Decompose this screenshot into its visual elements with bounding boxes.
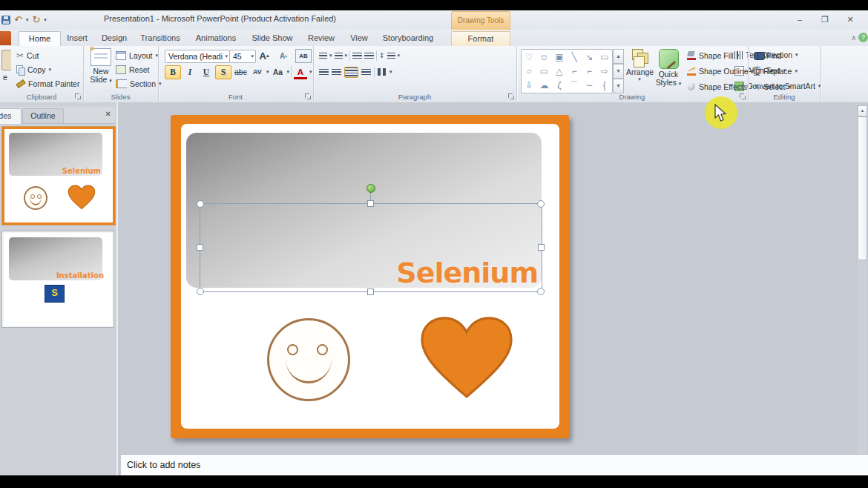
- qat-customize-icon[interactable]: ▾: [44, 17, 47, 23]
- change-case-button[interactable]: Aa: [270, 66, 285, 79]
- numbering-icon[interactable]: [335, 53, 343, 59]
- clear-formatting-button[interactable]: AB: [295, 49, 312, 63]
- shape-effects-button[interactable]: Shape Effects ▾: [687, 80, 753, 93]
- font-name-combo[interactable]: Verdana (Headin ▾: [165, 50, 230, 63]
- notes-pane[interactable]: Click to add notes: [121, 454, 868, 476]
- rotation-handle[interactable]: [366, 184, 375, 193]
- shape-triangle[interactable]: △: [556, 67, 562, 76]
- resize-handle-bottom-right[interactable]: [537, 288, 545, 295]
- font-size-combo[interactable]: 45 ▾: [229, 50, 256, 63]
- shape-arrow-line[interactable]: ↘: [585, 53, 593, 62]
- align-left-icon[interactable]: [319, 69, 329, 76]
- tab-transitions[interactable]: Transitions: [138, 31, 183, 45]
- strikethrough-button[interactable]: abc: [233, 66, 249, 79]
- slide-thumbnail-1[interactable]: Selenium: [2, 127, 115, 225]
- format-painter-button[interactable]: Format Painter: [16, 77, 79, 90]
- clipboard-dialog-launcher[interactable]: [75, 93, 81, 99]
- tab-storyboarding[interactable]: Storyboarding: [378, 31, 438, 45]
- drawing-dialog-launcher[interactable]: [740, 93, 746, 99]
- layout-button[interactable]: Layout ▾: [116, 49, 158, 62]
- scrollbar-thumb[interactable]: [858, 116, 867, 260]
- undo-icon[interactable]: ↶: [14, 13, 22, 27]
- shape-arc[interactable]: ⌒: [570, 81, 579, 90]
- minimize-button[interactable]: –: [789, 13, 810, 27]
- paragraph-dialog-launcher[interactable]: [508, 93, 514, 99]
- help-icon[interactable]: ?: [858, 33, 868, 42]
- section-button[interactable]: Section ▾: [116, 77, 162, 90]
- shape-gallery-down-icon[interactable]: ▼: [613, 64, 624, 79]
- slide-thumbnail-2[interactable]: Installation S: [2, 231, 114, 327]
- character-spacing-button[interactable]: AV: [250, 66, 265, 79]
- shape-left-brace[interactable]: {: [603, 81, 606, 90]
- vertical-scrollbar[interactable]: ▲: [858, 105, 867, 454]
- shape-rectangle[interactable]: ▭: [600, 53, 608, 62]
- resize-handle-bottom-center[interactable]: [367, 288, 374, 295]
- bold-button[interactable]: B: [165, 65, 181, 79]
- shape-line[interactable]: ╲: [572, 53, 577, 62]
- resize-handle-bottom-left[interactable]: [197, 288, 204, 295]
- collapse-ribbon-icon[interactable]: ∧: [851, 34, 856, 42]
- select-button[interactable]: ⇖ Select ▾: [754, 80, 791, 93]
- align-center-icon[interactable]: [332, 69, 341, 76]
- shape-gallery-up-icon[interactable]: ▲: [613, 49, 624, 64]
- resize-handle-middle-right[interactable]: [538, 244, 545, 251]
- close-button[interactable]: ✕: [840, 13, 861, 27]
- find-button[interactable]: Find: [754, 49, 781, 62]
- tab-file[interactable]: File: [0, 31, 11, 45]
- line-spacing-icon[interactable]: ↕: [379, 52, 385, 59]
- decrease-indent-icon[interactable]: [352, 53, 362, 59]
- justify-icon[interactable]: [361, 69, 371, 76]
- shape-cloud[interactable]: ☁: [539, 81, 548, 90]
- maximize-button[interactable]: ❐: [815, 13, 835, 27]
- tab-format[interactable]: Format: [451, 31, 510, 46]
- shape-frame[interactable]: ▣: [555, 53, 563, 62]
- resize-handle-top-center[interactable]: [367, 200, 374, 207]
- new-slide-button[interactable]: New Slide ▾: [88, 48, 114, 84]
- italic-button[interactable]: I: [183, 66, 197, 79]
- increase-indent-icon[interactable]: [364, 53, 374, 59]
- shape-elbow-arrow-connector[interactable]: ⌐: [587, 67, 592, 76]
- save-icon[interactable]: [1, 16, 10, 24]
- tab-slide-show[interactable]: Slide Show: [249, 31, 295, 45]
- resize-handle-top-left[interactable]: [197, 200, 204, 208]
- tab-slides-pane[interactable]: Slides: [0, 108, 22, 124]
- shape-heart[interactable]: ♡: [525, 53, 533, 62]
- align-right-icon[interactable]: [344, 67, 358, 78]
- columns-icon[interactable]: [378, 68, 387, 76]
- redo-icon[interactable]: ↻: [32, 13, 40, 27]
- shrink-font-button[interactable]: A▾: [276, 50, 291, 62]
- shape-rounded-rectangle[interactable]: ▭: [540, 67, 548, 76]
- copy-button[interactable]: Copy ▾: [16, 63, 51, 76]
- resize-handle-top-right[interactable]: [537, 200, 545, 208]
- tab-outline-pane[interactable]: Outline: [22, 108, 64, 123]
- tab-insert[interactable]: Insert: [62, 31, 92, 45]
- font-color-button[interactable]: A: [293, 66, 308, 79]
- undo-dropdown-icon[interactable]: ▾: [26, 17, 29, 23]
- shape-fill-button[interactable]: Shape Fill ▾: [687, 49, 739, 62]
- cut-button[interactable]: ✂ Cut: [16, 49, 39, 62]
- shape-down-arrow[interactable]: ⇩: [525, 81, 533, 90]
- scroll-up-icon[interactable]: ▲: [858, 105, 867, 116]
- close-pane-icon[interactable]: ✕: [105, 110, 111, 118]
- shape-elbow-connector[interactable]: ⌐: [572, 67, 577, 76]
- shape-smiley[interactable]: ☺: [539, 53, 548, 62]
- grow-font-button[interactable]: A▴: [257, 50, 272, 62]
- shape-right-arrow[interactable]: ⇨: [601, 67, 608, 76]
- reset-button[interactable]: Reset: [116, 63, 149, 76]
- tab-view[interactable]: View: [346, 31, 372, 45]
- tab-review[interactable]: Review: [304, 31, 338, 45]
- quick-styles-button[interactable]: Quick Styles ▾: [654, 49, 683, 87]
- shape-outline-button[interactable]: Shape Outline ▾: [687, 65, 754, 78]
- selection-bounding-box[interactable]: [200, 203, 542, 292]
- replace-button[interactable]: abac Replace ▾: [754, 65, 798, 78]
- shape-freeform[interactable]: ζ: [557, 81, 561, 90]
- bullets-icon[interactable]: [319, 53, 327, 59]
- heart-shape[interactable]: [415, 315, 519, 400]
- underline-button[interactable]: U: [199, 66, 214, 79]
- slide-canvas[interactable]: Selenium: [171, 115, 569, 438]
- tab-home[interactable]: Home: [19, 31, 61, 47]
- tab-animations[interactable]: Animations: [193, 31, 239, 45]
- resize-handle-middle-left[interactable]: [197, 244, 203, 251]
- shape-curve[interactable]: ∼: [585, 81, 593, 90]
- arrange-button[interactable]: Arrange ▾: [626, 49, 653, 82]
